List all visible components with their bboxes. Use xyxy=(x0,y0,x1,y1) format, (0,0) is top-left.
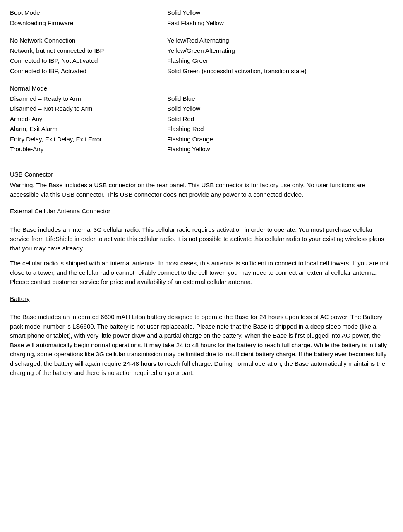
left-cell: Network, but not connected to IBP xyxy=(10,46,167,56)
value-no-network: Yellow/Red Alternating xyxy=(167,37,229,44)
table-row: Network, but not connected to IBP Yellow… xyxy=(10,46,393,56)
left-cell: Entry Delay, Exit Delay, Exit Error xyxy=(10,135,167,144)
table-row: Entry Delay, Exit Delay, Exit Error Flas… xyxy=(10,135,393,144)
table-section-1: Boot Mode Solid Yellow Downloading Firmw… xyxy=(10,8,393,28)
antenna-section-title: External Cellular Antenna Connector xyxy=(10,207,393,216)
normal-mode-section: Normal Mode Disarmed – Ready to Arm Soli… xyxy=(10,84,393,154)
right-cell: Yellow/Green Alternating xyxy=(167,46,393,56)
value-alarm: Flashing Red xyxy=(167,125,204,132)
spacer xyxy=(10,76,393,84)
label-alarm: Alarm, Exit Alarm xyxy=(10,125,58,132)
battery-section-title: Battery xyxy=(10,294,393,304)
spacer xyxy=(10,305,393,313)
left-cell: Disarmed – Not Ready to Arm xyxy=(10,104,167,114)
table-row: Disarmed – Ready to Arm Solid Blue xyxy=(10,94,393,104)
value-downloading-firmware: Fast Flashing Yellow xyxy=(167,19,224,26)
left-cell: Alarm, Exit Alarm xyxy=(10,124,167,134)
right-cell: Fast Flashing Yellow xyxy=(167,19,393,28)
right-cell: Solid Yellow xyxy=(167,104,393,114)
value-connected-activated: Solid Green (successful activation, tran… xyxy=(167,67,307,74)
spacer xyxy=(10,155,393,162)
usb-body: Warning. The Base includes a USB connect… xyxy=(10,181,393,199)
label-disarmed-not-ready: Disarmed – Not Ready to Arm xyxy=(10,105,92,112)
label-armed-any: Armed- Any xyxy=(10,115,42,122)
right-cell: Flashing Red xyxy=(167,124,393,134)
left-cell: Downloading Firmware xyxy=(10,19,167,28)
battery-section: Battery The Base includes an integrated … xyxy=(10,294,393,378)
table-row: Armed- Any Solid Red xyxy=(10,115,393,124)
normal-mode-text: Normal Mode xyxy=(10,85,47,92)
left-cell: Boot Mode xyxy=(10,8,167,18)
normal-mode-label: Normal Mode xyxy=(10,84,393,93)
table-row: Downloading Firmware Fast Flashing Yello… xyxy=(10,19,393,28)
label-connected-not-activated: Connected to IBP, Not Activated xyxy=(10,57,98,64)
value-connected-not-activated: Flashing Green xyxy=(167,57,210,64)
label-no-network: No Network Connection xyxy=(10,37,75,44)
right-cell: Solid Green (successful activation, tran… xyxy=(167,67,393,76)
table-row: No Network Connection Yellow/Red Alterna… xyxy=(10,36,393,45)
left-cell: Connected to IBP, Activated xyxy=(10,67,167,76)
value-disarmed-ready: Solid Blue xyxy=(167,95,195,102)
right-cell: Flashing Orange xyxy=(167,135,393,144)
table-row: Connected to IBP, Not Activated Flashing… xyxy=(10,56,393,66)
right-cell: Solid Blue xyxy=(167,94,393,104)
left-cell: Armed- Any xyxy=(10,115,167,124)
value-trouble-any: Flashing Yellow xyxy=(167,146,210,153)
left-cell: Disarmed – Ready to Arm xyxy=(10,94,167,104)
spacer xyxy=(10,218,393,225)
left-cell: Trouble-Any xyxy=(10,145,167,154)
table-row: Connected to IBP, Activated Solid Green … xyxy=(10,67,393,76)
antenna-section: External Cellular Antenna Connector The … xyxy=(10,207,393,287)
antenna-para2: The cellular radio is shipped with an in… xyxy=(10,259,393,287)
antenna-para1: The Base includes an internal 3G cellula… xyxy=(10,225,393,253)
right-cell: Yellow/Red Alternating xyxy=(167,36,393,45)
table-row: Disarmed – Not Ready to Arm Solid Yellow xyxy=(10,104,393,114)
battery-body: The Base includes an integrated 6600 mAH… xyxy=(10,313,393,378)
right-cell: Solid Red xyxy=(167,115,393,124)
table-row: Alarm, Exit Alarm Flashing Red xyxy=(10,124,393,134)
value-network-not-ibp: Yellow/Green Alternating xyxy=(167,47,235,54)
label-boot-mode: Boot Mode xyxy=(10,9,40,16)
label-entry-delay: Entry Delay, Exit Delay, Exit Error xyxy=(10,136,102,143)
left-cell: No Network Connection xyxy=(10,36,167,45)
right-cell: Flashing Yellow xyxy=(167,145,393,154)
label-downloading-firmware: Downloading Firmware xyxy=(10,19,73,26)
left-cell: Connected to IBP, Not Activated xyxy=(10,56,167,66)
value-disarmed-not-ready: Solid Yellow xyxy=(167,105,200,112)
usb-section: USB Connector Warning. The Base includes… xyxy=(10,170,393,200)
table-section-2: No Network Connection Yellow/Red Alterna… xyxy=(10,36,393,76)
label-connected-activated: Connected to IBP, Activated xyxy=(10,67,86,74)
spacer xyxy=(10,29,393,36)
value-boot-mode: Solid Yellow xyxy=(167,9,200,16)
value-entry-delay: Flashing Orange xyxy=(167,136,213,143)
label-network-not-ibp: Network, but not connected to IBP xyxy=(10,47,104,54)
usb-section-title: USB Connector xyxy=(10,170,393,179)
right-cell: Flashing Green xyxy=(167,56,393,66)
right-cell: Solid Yellow xyxy=(167,8,393,18)
label-trouble-any: Trouble-Any xyxy=(10,146,43,153)
value-armed-any: Solid Red xyxy=(167,115,194,122)
table-row: Trouble-Any Flashing Yellow xyxy=(10,145,393,154)
table-row: Boot Mode Solid Yellow xyxy=(10,8,393,18)
label-disarmed-ready: Disarmed – Ready to Arm xyxy=(10,95,81,102)
